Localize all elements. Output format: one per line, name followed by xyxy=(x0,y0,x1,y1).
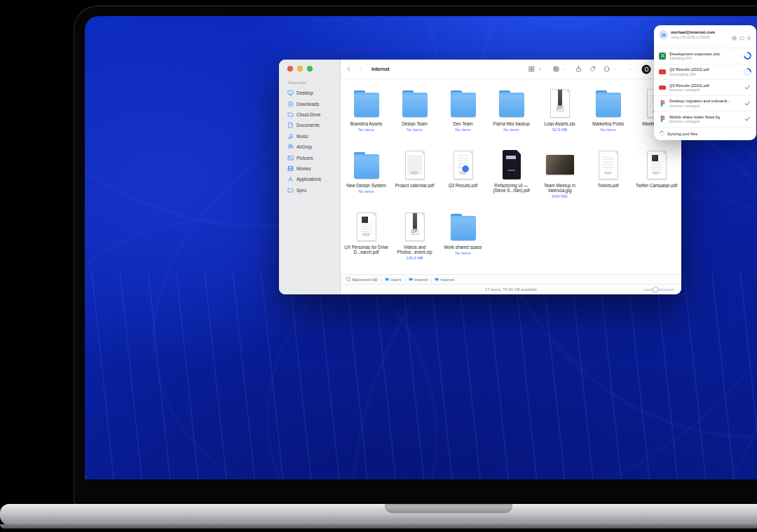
finder-sidebar: Favourites Desktop Downloads Cloud-Drive… xyxy=(279,60,341,294)
macbook-lid-notch xyxy=(385,504,512,513)
folder-icon xyxy=(409,277,414,282)
slider-knob[interactable] xyxy=(653,287,658,292)
sidebar-item-label: Downloads xyxy=(296,102,319,107)
movies-icon xyxy=(287,165,294,172)
folder-item[interactable]: New Design SystemNo items xyxy=(342,149,390,211)
path-segment-internxt-user[interactable]: internxt xyxy=(409,277,428,282)
file-info xyxy=(487,194,536,199)
toolbar-overflow-chevron[interactable] xyxy=(628,67,632,71)
file-item[interactable]: PDFTwitter Campaign.pdf xyxy=(632,149,681,211)
folder-item[interactable]: Figma files backupNo items xyxy=(487,88,536,149)
sidebar-item-downloads[interactable]: Downloads xyxy=(287,98,340,109)
path-segment-users[interactable]: Users xyxy=(385,277,402,282)
folder-item[interactable]: Branding AssetsNo items xyxy=(342,88,390,149)
open-folder-button[interactable] xyxy=(739,31,744,43)
sidebar-item-documents[interactable]: Documents xyxy=(287,120,340,130)
web-button[interactable] xyxy=(732,31,737,43)
sync-file-status: business, messaged xyxy=(669,88,740,92)
file-type-badge: PDF xyxy=(363,234,370,238)
grid-view-button[interactable] xyxy=(528,66,535,72)
sidebar-item-desktop[interactable]: Desktop xyxy=(287,88,340,98)
sync-item[interactable]: Mobile share folder flows.figbusiness, m… xyxy=(654,111,756,128)
folder-item[interactable]: Design TeamNo items xyxy=(390,88,439,149)
sidebar-item-label: Movies xyxy=(296,166,311,171)
share-button[interactable] xyxy=(575,66,582,72)
sync-item[interactable]: Development expenses.xlsxUploading 64% xyxy=(654,48,756,64)
sidebar-item-airdrop[interactable]: AirDrop xyxy=(287,142,340,152)
chevron-down-icon xyxy=(562,67,566,71)
sidebar-item-label: Sync xyxy=(296,188,306,193)
avatar: JA xyxy=(659,30,668,39)
file-item[interactable]: PDFProject calendar.pdf xyxy=(390,149,439,211)
upload-progress-spinner xyxy=(744,52,751,60)
sidebar-item-cloud-drive[interactable]: Cloud-Drive xyxy=(287,109,340,120)
file-item[interactable]: Refactoring UI — (Steve S...han).pdf xyxy=(487,149,536,211)
minimize-button[interactable] xyxy=(297,66,303,71)
sync-item-text: Q3 Results (2022).pdfbusiness, messaged xyxy=(669,83,740,93)
sidebar-item-sync[interactable]: Sync xyxy=(287,185,340,196)
syncing-status-text: Syncing your files xyxy=(667,132,697,136)
path-segment-label: Internxt xyxy=(441,278,454,282)
ellipsis-circle-icon xyxy=(603,66,610,72)
sidebar-item-pictures[interactable]: Pictures xyxy=(287,152,340,163)
file-type-badge: PDF xyxy=(605,172,612,176)
file-info: No items xyxy=(439,128,487,132)
close-button[interactable] xyxy=(287,66,293,71)
group-by-button[interactable] xyxy=(553,66,559,72)
file-info: No items xyxy=(390,128,439,132)
sidebar-item-applications[interactable]: Applications xyxy=(287,174,340,184)
file-info xyxy=(439,189,487,194)
tag-button[interactable] xyxy=(589,66,596,72)
panel-header-actions xyxy=(732,30,751,43)
file-item[interactable]: PDFUX Personas for Drive D...earch.pdf xyxy=(342,211,390,273)
path-segment-macintosh-hd[interactable]: Macintosh HD xyxy=(346,277,378,282)
file-item[interactable]: Team Meetup in Valencia.jpg640×360 xyxy=(536,149,584,211)
file-type-badge: ZIP xyxy=(411,229,418,235)
internxt-app-button[interactable] xyxy=(642,65,650,74)
more-actions-chevron[interactable] xyxy=(613,67,617,71)
sidebar-item-label: Desktop xyxy=(296,90,313,95)
file-item[interactable]: PDFTickets.pdf xyxy=(584,149,632,211)
forward-button[interactable] xyxy=(357,66,364,72)
icon-size-slider[interactable] xyxy=(643,289,674,291)
file-name: Refactoring UI — (Steve S...han).pdf xyxy=(489,183,535,193)
folder-item[interactable]: Work shared spaceNo items xyxy=(439,211,487,273)
figma-file-icon xyxy=(659,116,666,123)
sync-item[interactable]: Q3 Results (2022).pdfbusiness, messaged xyxy=(654,80,756,96)
file-item[interactable]: ZIPVideos and Photos...event.zip105,8 MB xyxy=(390,211,439,273)
sync-done-indicator xyxy=(744,100,751,107)
file-item[interactable]: PDFQ3 Results.pdf xyxy=(439,149,487,211)
figma-icon xyxy=(660,100,666,107)
sync-item-text: Mobile share folder flows.figbusiness, m… xyxy=(669,115,740,124)
pdf-file-icon: PDF xyxy=(444,149,482,182)
status-bar: 17 items, 76,63 GB available xyxy=(341,284,681,294)
chevron-down-icon xyxy=(628,67,632,71)
settings-button[interactable] xyxy=(746,31,751,43)
check-icon xyxy=(744,84,751,90)
file-info: No items xyxy=(342,189,390,194)
folder-item[interactable]: Marketing PostsNo items xyxy=(584,88,632,149)
sync-file-name: Q3 Results (2022).pdf xyxy=(669,83,740,88)
file-item[interactable]: ZIPLogo Assets.zip52,9 MB xyxy=(536,88,584,149)
airdrop-icon xyxy=(287,144,294,150)
sidebar-item-label: Pictures xyxy=(296,156,313,161)
file-info xyxy=(632,189,681,194)
folder-item[interactable]: Dev TeamNo items xyxy=(439,88,487,149)
sidebar-item-label: Applications xyxy=(296,177,321,182)
group-by-chevron[interactable] xyxy=(562,67,566,71)
path-segment-internxt[interactable]: Internxt xyxy=(435,277,454,282)
file-info xyxy=(390,189,439,194)
path-separator: › xyxy=(404,278,406,282)
sync-item[interactable]: Desktop migration and onboardi...busines… xyxy=(654,96,756,112)
path-bar: Macintosh HD › Users › internxt › Intern… xyxy=(341,274,681,284)
more-actions-button[interactable] xyxy=(603,66,610,72)
folder-icon xyxy=(739,36,744,41)
sync-item[interactable]: Q2 Results (2022).pdfDownloading 35% xyxy=(654,64,756,81)
storage-usage: Using 175.42GB of 200GB xyxy=(671,36,715,39)
account-info: michael@internxt.com Using 175.42GB of 2… xyxy=(671,30,715,39)
sort-toggle-button[interactable] xyxy=(538,67,542,71)
back-button[interactable] xyxy=(346,66,352,72)
sidebar-item-movies[interactable]: Movies xyxy=(287,163,340,174)
sidebar-item-music[interactable]: Music xyxy=(287,131,340,142)
zoom-button[interactable] xyxy=(307,66,313,71)
